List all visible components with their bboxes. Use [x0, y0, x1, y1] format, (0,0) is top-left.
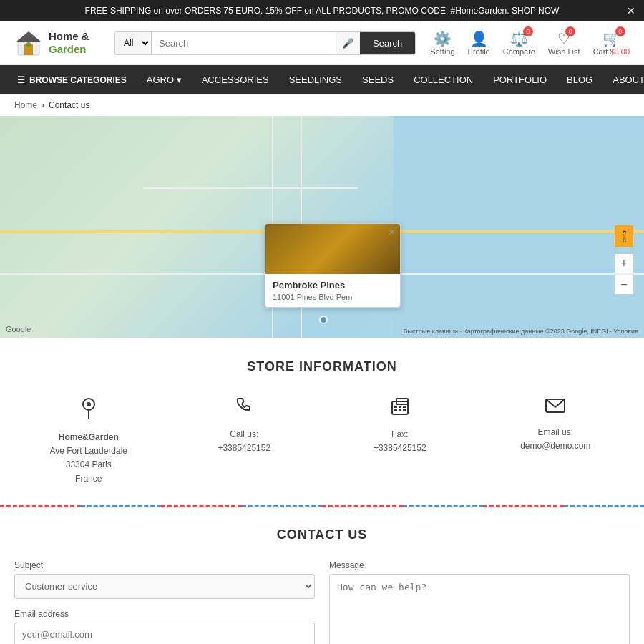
svg-rect-8 — [394, 406, 397, 408]
cart-action[interactable]: 🛒 0 Cart $0.00 — [593, 30, 630, 56]
map-google-logo: Google — [6, 325, 31, 333]
dashed-divider — [0, 504, 644, 509]
nav-item-seedlings[interactable]: SEEDLINGS — [279, 65, 352, 94]
phone-icon — [234, 396, 254, 421]
store-info-grid: Home&Garden Ave Fort Lauderdale 33304 Pa… — [14, 396, 630, 486]
subject-select[interactable]: Customer service — [14, 574, 315, 599]
search-input[interactable] — [152, 32, 336, 54]
email-label: Email address — [14, 609, 315, 619]
map-road — [143, 187, 358, 189]
store-info-section: STORE INFORMATION Home&Garden Ave Fort L… — [0, 338, 644, 500]
svg-rect-13 — [403, 409, 406, 411]
svg-point-5 — [87, 402, 91, 406]
header-actions: ⚙️ Setting 👤 Profile ⚖️ 0 Compare ♡ 0 Wi… — [430, 30, 630, 56]
map-popup: ✕ Pembroke Pines 11001 Pines Blvd Pem — [265, 223, 401, 308]
logo-line1: Home & — [49, 30, 89, 43]
breadcrumb-home[interactable]: Home — [14, 100, 37, 110]
store-email-text: Email us: demo@demo.com — [520, 426, 590, 453]
store-info-fax: Fax: +3385425152 — [326, 396, 474, 486]
email-icon — [545, 396, 566, 419]
message-label: Message — [329, 560, 630, 570]
map-container[interactable]: ✕ Pembroke Pines 11001 Pines Blvd Pem 🧍 … — [0, 116, 644, 338]
contact-left-panel: Subject Customer service Email address A… — [14, 560, 315, 644]
svg-rect-11 — [394, 409, 397, 411]
subject-label: Subject — [14, 560, 315, 570]
store-info-phone: Call us: +3385425152 — [170, 396, 319, 486]
contact-section: CONTACT US Subject Customer service Emai… — [0, 513, 644, 644]
heart-icon: ♡ 0 — [557, 30, 570, 47]
search-bar: All 🎤 Search — [114, 31, 416, 55]
logo-icon — [14, 29, 43, 57]
nav-item-collection[interactable]: COLLECTION — [404, 65, 483, 94]
svg-rect-9 — [399, 406, 401, 408]
browse-categories-btn[interactable]: ☰ BROWSE CATEGORIES — [7, 67, 137, 94]
map-background: ✕ Pembroke Pines 11001 Pines Blvd Pem 🧍 … — [0, 116, 644, 338]
compare-icon: ⚖️ 0 — [510, 30, 528, 47]
fax-icon — [389, 396, 411, 421]
setting-icon: ⚙️ — [434, 30, 452, 47]
logo-text: Home & Garden — [49, 30, 89, 56]
map-streetview-icon[interactable]: 🧍 — [614, 225, 634, 248]
nav-item-accessories[interactable]: ACCESSORIES — [192, 65, 279, 94]
map-controls: 🧍 + − — [614, 225, 634, 295]
store-info-email: Email us: demo@demo.com — [482, 396, 630, 486]
contact-title: CONTACT US — [14, 527, 630, 542]
nav-item-blog[interactable]: BLOG — [557, 65, 602, 94]
map-popup-title: Pembroke Pines — [273, 280, 393, 291]
nav-item-agro[interactable]: AGRO ▾ — [137, 65, 192, 94]
cart-icon: 🛒 0 — [602, 30, 620, 47]
logo[interactable]: Home & Garden — [14, 29, 100, 57]
nav-item-seeds[interactable]: SEEDS — [352, 65, 404, 94]
map-popup-content: Pembroke Pines 11001 Pines Blvd Pem — [265, 274, 400, 307]
email-input[interactable] — [14, 623, 315, 644]
search-button[interactable]: Search — [360, 32, 415, 54]
header: Home & Garden All 🎤 Search ⚙️ Setting 👤 … — [0, 21, 644, 65]
banner-close-icon[interactable]: ✕ — [627, 5, 635, 16]
setting-action[interactable]: ⚙️ Setting — [430, 30, 454, 56]
compare-action[interactable]: ⚖️ 0 Compare — [503, 30, 535, 56]
contact-form-grid: Subject Customer service Email address A… — [14, 560, 630, 644]
svg-rect-12 — [399, 409, 401, 411]
svg-rect-10 — [403, 406, 406, 408]
map-popup-image — [265, 224, 400, 274]
map-popup-close-icon[interactable]: ✕ — [388, 227, 396, 238]
location-icon — [79, 396, 99, 424]
search-category-select[interactable]: All — [115, 32, 152, 54]
store-fax-text: Fax: +3385425152 — [374, 428, 426, 455]
hamburger-icon: ☰ — [17, 75, 25, 85]
map-water — [394, 116, 644, 338]
map-popup-address: 11001 Pines Blvd Pem — [273, 293, 393, 301]
store-info-title: STORE INFORMATION — [14, 359, 630, 374]
subject-field-group: Subject Customer service — [14, 560, 315, 599]
breadcrumb: Home › Contact us — [0, 94, 644, 116]
svg-point-3 — [26, 42, 31, 47]
map-pin-1[interactable] — [319, 316, 328, 324]
map-zoom-in-button[interactable]: + — [614, 253, 634, 273]
nav-item-about-us[interactable]: ABOUT US — [602, 65, 644, 94]
top-banner: FREE SHIPPING on over ORDERS 75 EURO. 15… — [0, 0, 644, 21]
message-textarea[interactable] — [329, 574, 630, 644]
profile-icon: 👤 — [470, 30, 488, 47]
profile-action[interactable]: 👤 Profile — [468, 30, 490, 56]
logo-line2: Garden — [49, 43, 89, 56]
email-field-group: Email address — [14, 609, 315, 644]
store-info-address: Home&Garden Ave Fort Lauderdale 33304 Pa… — [14, 396, 163, 486]
breadcrumb-current: Contact us — [49, 100, 89, 110]
map-attribution: Быстрые клавиши · Картографические данны… — [404, 328, 638, 335]
nav-item-portfolio[interactable]: PORTFOLIO — [483, 65, 557, 94]
map-zoom-out-button[interactable]: − — [614, 275, 634, 295]
nav-menu: AGRO ▾ ACCESSORIES SEEDLINGS SEEDS COLLE… — [137, 65, 644, 94]
microphone-icon[interactable]: 🎤 — [336, 32, 360, 54]
store-phone-text: Call us: +3385425152 — [218, 428, 270, 455]
store-address-text: Home&Garden Ave Fort Lauderdale 33304 Pa… — [49, 431, 127, 486]
svg-marker-1 — [16, 31, 41, 42]
wishlist-action[interactable]: ♡ 0 Wish List — [548, 30, 580, 56]
main-nav: ☰ BROWSE CATEGORIES AGRO ▾ ACCESSORIES S… — [0, 65, 644, 94]
contact-right-panel: Message — [329, 560, 630, 644]
banner-text: FREE SHIPPING on over ORDERS 75 EURO. 15… — [85, 6, 560, 16]
